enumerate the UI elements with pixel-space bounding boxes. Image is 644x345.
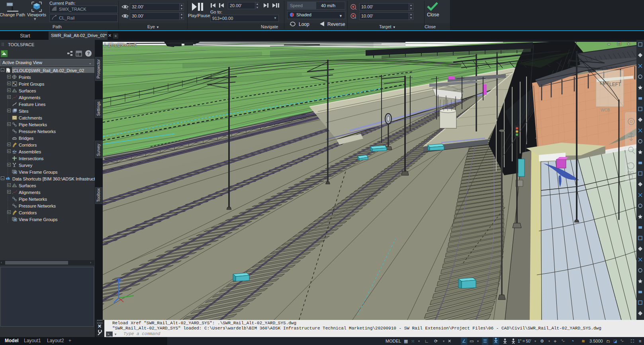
svg-text:LEFT: LEFT: [609, 82, 621, 87]
svg-text:WCB: WCB: [601, 108, 610, 112]
